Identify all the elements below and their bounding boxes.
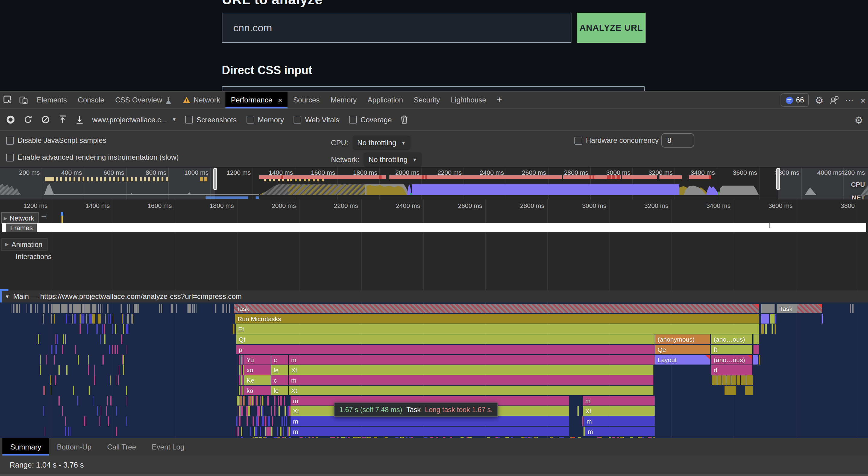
flame-sliver[interactable] — [94, 375, 95, 385]
clear-icon[interactable] — [41, 115, 50, 124]
flame-sliver[interactable] — [70, 304, 73, 313]
track-network[interactable]: ▶Network — [1, 212, 38, 224]
flame-sliver[interactable] — [17, 304, 19, 313]
flame-segment-anonymous[interactable]: (anonymous) — [655, 335, 710, 344]
flame-sliver[interactable] — [117, 345, 119, 354]
flame-sliver[interactable] — [242, 386, 244, 395]
flame-sliver[interactable] — [255, 396, 257, 406]
flame-sliver[interactable] — [74, 314, 76, 323]
flame-sliver[interactable] — [62, 304, 64, 313]
flame-sliver[interactable] — [56, 345, 57, 354]
flame-sliver[interactable] — [103, 355, 103, 364]
tab-lighthouse[interactable]: Lighthouse — [445, 92, 492, 108]
flame-sliver[interactable] — [55, 304, 56, 313]
tab-css-overview[interactable]: CSS Overview — [110, 92, 177, 108]
flame-sliver[interactable] — [105, 314, 106, 323]
flame-sliver[interactable] — [241, 406, 243, 416]
flame-sliver[interactable] — [111, 396, 112, 406]
flame-sliver[interactable] — [241, 355, 242, 364]
flame-sliver[interactable] — [741, 375, 746, 385]
flame-sliver[interactable] — [108, 416, 109, 426]
flame-sliver[interactable] — [241, 365, 242, 375]
flame-sliver[interactable] — [19, 304, 20, 313]
flame-sliver[interactable] — [254, 426, 255, 436]
flame-sliver[interactable] — [239, 365, 241, 375]
flame-sliver[interactable] — [51, 314, 52, 323]
flame-segment-m[interactable]: m — [585, 426, 655, 436]
flame-sliver[interactable] — [753, 335, 759, 344]
flame-sliver[interactable] — [98, 304, 99, 313]
flame-sliver[interactable] — [275, 396, 276, 406]
flame-segment-anoous[interactable]: (ano…ous) — [711, 355, 752, 364]
flame-sliver[interactable] — [30, 304, 31, 313]
flame-sliver[interactable] — [51, 304, 52, 313]
network-request-mark[interactable] — [61, 212, 63, 216]
flame-sliver[interactable] — [53, 304, 54, 313]
tab--[interactable]: + — [492, 92, 507, 108]
flame-sliver[interactable] — [267, 396, 269, 406]
flame-sliver[interactable] — [775, 304, 776, 313]
flame-sliver[interactable] — [850, 304, 851, 313]
advanced-rendering-checkbox[interactable]: Enable advanced rendering instrumentatio… — [6, 153, 179, 161]
flame-segment-p[interactable]: p — [236, 345, 655, 354]
flame-segment-qe[interactable]: Qe — [655, 345, 710, 354]
flame-segment-le[interactable]: le — [271, 365, 288, 375]
flame-sliver[interactable] — [80, 314, 81, 323]
flame-sliver[interactable] — [66, 314, 67, 323]
flame-sliver[interactable] — [261, 406, 261, 416]
flame-segment-m[interactable]: m — [289, 375, 653, 385]
flame-sliver[interactable] — [89, 386, 90, 395]
flame-sliver[interactable] — [236, 426, 237, 436]
css-textarea-partial[interactable] — [222, 86, 645, 91]
flame-sliver[interactable] — [97, 406, 98, 416]
checkbox-screenshots[interactable]: Screenshots — [185, 116, 237, 124]
flame-sliver[interactable] — [51, 386, 51, 395]
flame-sliver[interactable] — [110, 375, 111, 385]
flame-sliver[interactable] — [257, 426, 257, 436]
flame-sliver[interactable] — [253, 416, 254, 426]
flame-sliver[interactable] — [43, 386, 44, 395]
flame-sliver[interactable] — [122, 314, 123, 323]
details-tab-bottom-up[interactable]: Bottom-Up — [49, 438, 99, 455]
flame-sliver[interactable] — [731, 375, 736, 385]
flame-sliver[interactable] — [116, 426, 117, 436]
tab-sources[interactable]: Sources — [288, 92, 325, 108]
tab-network[interactable]: Network — [177, 92, 225, 108]
flame-sliver[interactable] — [90, 314, 90, 323]
tab-security[interactable]: Security — [408, 92, 445, 108]
flame-sliver[interactable] — [40, 365, 41, 375]
frames-band[interactable] — [2, 223, 866, 232]
flame-sliver[interactable] — [765, 324, 767, 334]
flame-sliver[interactable] — [121, 335, 122, 344]
flame-sliver[interactable] — [759, 355, 760, 364]
flame-sliver[interactable] — [11, 304, 12, 313]
flame-sliver[interactable] — [87, 324, 88, 334]
flame-sliver[interactable] — [277, 426, 278, 436]
flame-sliver[interactable] — [38, 335, 39, 344]
flame-sliver[interactable] — [117, 406, 117, 416]
flame-sliver[interactable] — [173, 304, 173, 313]
issues-badge[interactable]: 66 — [780, 93, 809, 107]
flame-sliver[interactable] — [243, 365, 244, 375]
flame-sliver[interactable] — [281, 416, 283, 426]
flame-segment-m[interactable]: m — [584, 416, 655, 426]
flame-sliver[interactable] — [262, 396, 263, 406]
flame-sliver[interactable] — [27, 304, 27, 313]
flame-segment-le[interactable]: le — [271, 386, 288, 395]
flame-segment-et[interactable]: Et — [236, 324, 759, 334]
flame-sliver[interactable] — [236, 416, 237, 426]
flame-sliver[interactable] — [737, 375, 740, 385]
flame-sliver[interactable] — [59, 396, 60, 406]
flame-sliver[interactable] — [57, 335, 58, 344]
flame-sliver[interactable] — [240, 406, 241, 416]
flame-sliver[interactable] — [96, 324, 98, 334]
track-animation[interactable]: ▶Animation — [1, 238, 48, 251]
flame-sliver[interactable] — [283, 426, 284, 436]
flame-sliver[interactable] — [86, 416, 86, 426]
flame-sliver[interactable] — [78, 355, 79, 364]
flame-sliver[interactable] — [55, 375, 56, 385]
flame-sliver[interactable] — [775, 324, 776, 334]
flame-sliver[interactable] — [100, 406, 101, 416]
flame-sliver[interactable] — [258, 406, 260, 416]
flame-sliver[interactable] — [112, 324, 113, 334]
